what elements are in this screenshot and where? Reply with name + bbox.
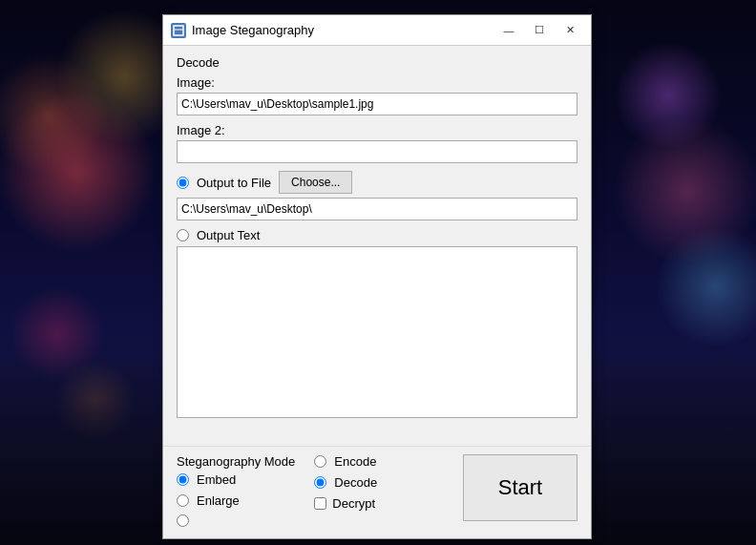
decode-radio[interactable] bbox=[314, 476, 326, 489]
encode-row: Encode bbox=[314, 454, 377, 469]
title-bar: Image Steganography — ☐ ✕ bbox=[163, 15, 591, 46]
enlarge-radio[interactable] bbox=[177, 494, 189, 507]
close-button[interactable]: ✕ bbox=[556, 21, 583, 40]
image-label: Image: bbox=[177, 75, 578, 90]
enlarge-label[interactable]: Enlarge bbox=[197, 493, 240, 508]
window-controls: — ☐ ✕ bbox=[495, 21, 583, 40]
output-textarea[interactable] bbox=[177, 246, 578, 418]
mode-options: Embed Enlarge bbox=[177, 472, 295, 531]
output-text-row: Output Text bbox=[177, 228, 578, 242]
image2-label: Image 2: bbox=[177, 123, 578, 137]
encode-radio[interactable] bbox=[314, 455, 326, 468]
steg-mode-label: Steganography Mode bbox=[177, 454, 295, 469]
svg-rect-0 bbox=[174, 26, 183, 35]
app-window: Image Steganography — ☐ ✕ Decode Image: … bbox=[162, 14, 592, 539]
text-area-group bbox=[177, 246, 578, 421]
other-mode-row bbox=[177, 514, 295, 527]
output-file-label[interactable]: Output to File bbox=[197, 176, 271, 190]
output-file-row: Output to File Choose... bbox=[177, 171, 578, 194]
window-title: Image Steganography bbox=[192, 23, 495, 37]
main-content: Decode Image: Image 2: Output to File Ch… bbox=[163, 46, 591, 438]
minimize-button[interactable]: — bbox=[495, 21, 522, 40]
encode-options-group: Encode Decode Decrypt bbox=[314, 454, 377, 511]
embed-radio[interactable] bbox=[177, 473, 189, 486]
embed-row: Embed bbox=[177, 472, 295, 487]
maximize-button[interactable]: ☐ bbox=[526, 21, 553, 40]
image-field-group: Image: bbox=[177, 75, 578, 115]
image-input[interactable] bbox=[177, 93, 578, 115]
output-file-radio[interactable] bbox=[177, 177, 189, 189]
output-text-label[interactable]: Output Text bbox=[197, 228, 260, 242]
decode-row: Decode bbox=[314, 475, 377, 490]
app-icon bbox=[171, 23, 186, 38]
decrypt-checkbox[interactable] bbox=[314, 497, 326, 510]
other-mode-radio[interactable] bbox=[177, 514, 189, 527]
decode-label[interactable]: Decode bbox=[334, 475, 377, 490]
choose-button[interactable]: Choose... bbox=[279, 171, 352, 194]
decode-section-label: Decode bbox=[177, 55, 578, 70]
enlarge-row: Enlarge bbox=[177, 493, 295, 508]
image2-input[interactable] bbox=[177, 140, 578, 163]
decrypt-row: Decrypt bbox=[314, 496, 377, 511]
output-text-radio[interactable] bbox=[177, 229, 189, 241]
output-path-group bbox=[177, 198, 578, 220]
embed-label[interactable]: Embed bbox=[197, 472, 236, 487]
encode-label[interactable]: Encode bbox=[334, 454, 376, 469]
image2-field-group: Image 2: bbox=[177, 123, 578, 163]
bottom-section: Steganography Mode Embed Enlarge bbox=[163, 446, 591, 538]
output-path-input[interactable] bbox=[177, 198, 578, 220]
decrypt-label[interactable]: Decrypt bbox=[332, 496, 375, 511]
steg-mode-group: Steganography Mode Embed Enlarge bbox=[177, 454, 295, 531]
start-button[interactable]: Start bbox=[463, 454, 578, 521]
